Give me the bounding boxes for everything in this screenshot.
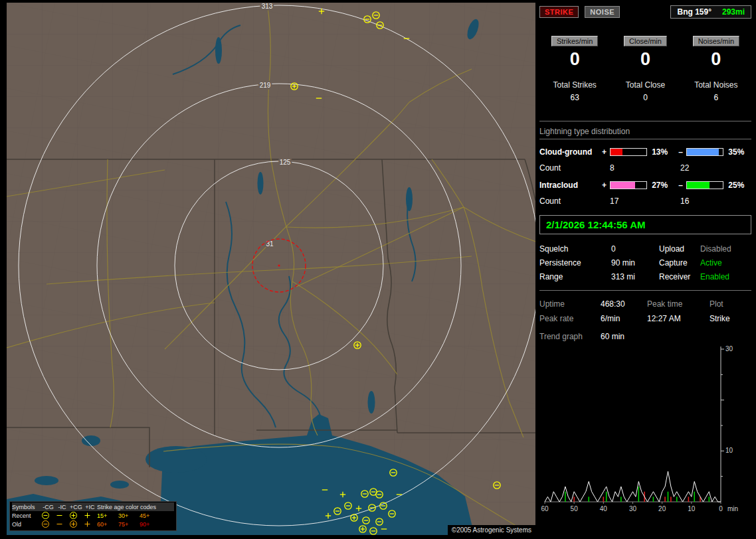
peak-rate-value: 6/min bbox=[601, 314, 647, 323]
squelch-value: 0 bbox=[611, 244, 659, 254]
minus-sign: – bbox=[678, 181, 684, 190]
age-15: 15+ bbox=[97, 512, 118, 519]
trend-graph-window: 60 min bbox=[601, 332, 624, 341]
svg-text:10: 10 bbox=[725, 447, 733, 454]
svg-text:20: 20 bbox=[658, 505, 666, 512]
bearing-display: Bng 159° 293mi bbox=[670, 5, 751, 19]
stats-table: Uptime 468:30 Peak time Plot Peak rate 6… bbox=[539, 299, 751, 323]
ic-pos-symbol-old-icon bbox=[83, 520, 97, 528]
cg-pos-symbol-icon bbox=[69, 511, 83, 520]
age-60: 60+ bbox=[97, 521, 118, 528]
strikes-per-min-box: Strikes/min 0 bbox=[539, 36, 610, 70]
cg-neg-bar bbox=[686, 148, 723, 156]
mode-row: STRIKE NOISE Bng 159° 293mi bbox=[539, 5, 751, 19]
strikes-per-min-button[interactable]: Strikes/min bbox=[551, 36, 598, 46]
svg-text:30: 30 bbox=[725, 345, 733, 352]
legend-row-recent: Recent 15+ 30+ 45+ bbox=[12, 511, 174, 520]
count-label: Count bbox=[539, 163, 610, 173]
legend-header: Symbols -CG -IC +CG +IC Strike age color… bbox=[12, 502, 174, 511]
cg-neg-symbol-icon bbox=[41, 511, 55, 520]
separator bbox=[539, 121, 751, 121]
svg-text:40: 40 bbox=[600, 505, 608, 512]
close-per-min-value: 0 bbox=[610, 49, 680, 70]
ic-neg-symbol-icon bbox=[55, 511, 69, 520]
datetime-display: 2/1/2026 12:44:56 AM bbox=[539, 215, 751, 234]
total-strikes-value: 63 bbox=[539, 93, 610, 102]
legend-col-ic-neg: -IC bbox=[55, 504, 69, 510]
ic-pos-count: 17 bbox=[610, 196, 680, 206]
ic-pos-bar bbox=[610, 181, 647, 189]
cg-pos-count: 8 bbox=[610, 163, 680, 173]
strike-map[interactable]: 31321912531 Symbols -CG -IC +CG +IC Stri… bbox=[7, 3, 535, 535]
ic-neg-pct: 25% bbox=[726, 181, 751, 190]
svg-text:30: 30 bbox=[629, 505, 637, 512]
map-canvas: 31321912531 bbox=[7, 3, 535, 535]
rate-boxes: Strikes/min 0 Close/min 0 Noises/min 0 bbox=[539, 36, 751, 70]
strikes-per-min-value: 0 bbox=[539, 49, 610, 70]
intracloud-count-row: Count 17 16 bbox=[539, 196, 751, 206]
cloud-ground-row: Cloud-ground + 13% – 35% bbox=[539, 147, 751, 157]
age-75: 75+ bbox=[118, 521, 140, 528]
squelch-label: Squelch bbox=[539, 244, 611, 254]
intracloud-label: Intracloud bbox=[539, 181, 599, 190]
upload-value: Disabled bbox=[700, 244, 751, 254]
noises-per-min-button[interactable]: Noises/min bbox=[693, 36, 739, 46]
cg-pos-symbol-old-icon bbox=[69, 520, 83, 528]
ic-neg-symbol-old-icon bbox=[55, 520, 69, 528]
legend-col-ic-pos: +IC bbox=[83, 504, 97, 510]
age-45: 45+ bbox=[140, 512, 161, 519]
separator bbox=[539, 290, 751, 291]
close-per-min-button[interactable]: Close/min bbox=[624, 36, 667, 46]
trend-graph-label: Trend graph bbox=[539, 332, 601, 341]
noises-per-min-value: 0 bbox=[681, 49, 751, 70]
cg-neg-count: 22 bbox=[680, 163, 689, 173]
plot-label: Plot bbox=[709, 299, 751, 309]
persistence-label: Persistence bbox=[539, 258, 611, 268]
receiver-label: Receiver bbox=[659, 272, 700, 281]
minus-sign: – bbox=[678, 147, 684, 157]
trend-graph-chart: 30106050403020100min bbox=[539, 345, 751, 516]
ic-neg-count: 16 bbox=[680, 196, 689, 206]
total-strikes-label: Total Strikes bbox=[539, 80, 610, 90]
receiver-value: Enabled bbox=[700, 272, 751, 281]
legend-age-title: Strike age color codes bbox=[97, 504, 174, 510]
svg-text:60: 60 bbox=[541, 505, 549, 512]
legend-col-cg-pos: +CG bbox=[69, 504, 83, 510]
peak-time-label: Peak time bbox=[647, 299, 709, 309]
ic-pos-pct: 27% bbox=[650, 181, 675, 190]
total-close-value: 0 bbox=[610, 93, 680, 102]
plus-sign: + bbox=[601, 181, 608, 190]
legend-symbols-label: Symbols bbox=[12, 504, 41, 510]
count-label: Count bbox=[539, 196, 610, 206]
status-panel: STRIKE NOISE Bng 159° 293mi Strikes/min … bbox=[539, 5, 751, 535]
legend-recent-label: Recent bbox=[12, 512, 41, 519]
peak-time-value: 12:27 AM bbox=[647, 314, 709, 323]
cg-pos-pct: 13% bbox=[650, 147, 675, 157]
distribution-title: Lightning type distribution bbox=[539, 127, 751, 139]
cg-neg-pct: 35% bbox=[726, 147, 751, 157]
copyright-text: ©2005 Astrogenic Systems bbox=[448, 525, 535, 535]
status-table: Squelch 0 Upload Disabled Persistence 90… bbox=[539, 244, 751, 281]
noise-mode-button[interactable]: NOISE bbox=[585, 6, 620, 18]
intracloud-row: Intracloud + 27% – 25% bbox=[539, 181, 751, 190]
strike-mode-button[interactable]: STRIKE bbox=[539, 6, 579, 18]
total-noises-label: Total Noises bbox=[681, 80, 751, 90]
cloud-ground-count-row: Count 8 22 bbox=[539, 163, 751, 173]
peak-rate-label: Peak rate bbox=[539, 314, 601, 323]
capture-label: Capture bbox=[659, 258, 700, 268]
uptime-value: 468:30 bbox=[601, 299, 647, 309]
cloud-ground-label: Cloud-ground bbox=[539, 147, 599, 157]
svg-text:313: 313 bbox=[262, 3, 273, 10]
svg-text:min: min bbox=[727, 505, 738, 512]
ic-neg-bar bbox=[686, 181, 723, 189]
upload-label: Upload bbox=[659, 244, 700, 254]
total-noises-value: 6 bbox=[681, 93, 751, 102]
plus-sign: + bbox=[601, 147, 608, 157]
legend-col-cg-neg: -CG bbox=[41, 504, 55, 510]
age-30: 30+ bbox=[118, 512, 140, 519]
plot-value: Strike bbox=[709, 314, 751, 323]
cg-neg-symbol-old-icon bbox=[41, 520, 55, 528]
svg-text:219: 219 bbox=[260, 82, 271, 89]
cg-pos-bar bbox=[610, 148, 647, 156]
trend-graph-row: Trend graph 60 min bbox=[539, 332, 751, 341]
